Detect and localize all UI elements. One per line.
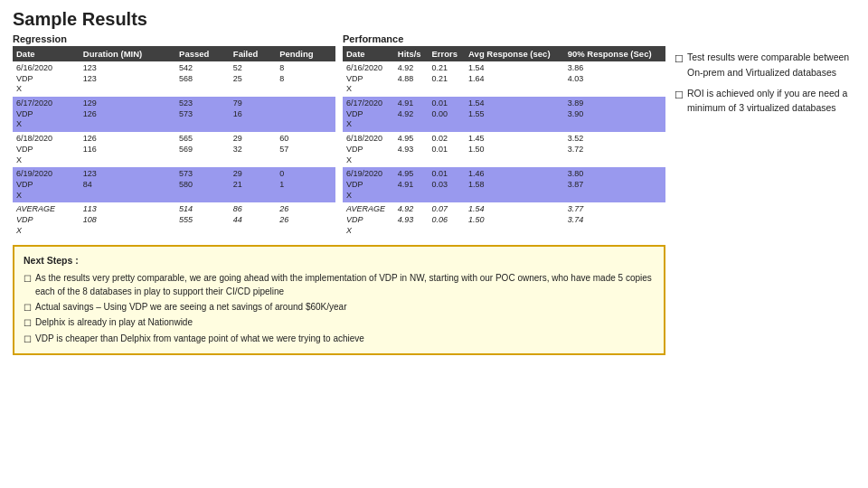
perf-cell: 6/17/2020 VDP X [343,97,394,132]
bullet-text: ROI is achieved only if you are need a m… [687,86,855,117]
reg-cell: 0 1 [276,167,335,202]
perf-cell: 6/16/2020 VDP X [343,61,394,97]
perf-col-date: Date [343,46,394,61]
perf-cell: 0.01 0.00 [428,97,465,132]
next-steps-title: Next Steps : [24,253,655,267]
next-step-text: VDP is cheaper than Delphix from vantage… [35,332,364,346]
reg-cell: 26 26 [276,202,335,238]
right-panel: ☐Test results were comparable between On… [675,33,855,481]
perf-col-avg-resp: Avg Response (sec) [465,46,564,61]
perf-cell: 6/19/2020 VDP X [343,167,394,202]
perf-cell: 4.95 4.91 [394,167,429,202]
perf-cell: 1.54 1.55 [465,97,564,132]
reg-cell: 86 44 [230,202,276,238]
reg-cell: AVERAGE VDP X [13,202,80,238]
perf-cell: 0.01 0.03 [428,167,465,202]
next-steps-box: Next Steps : ☐As the results very pretty… [13,245,665,355]
reg-cell: 8 8 [276,61,335,97]
next-step-text: Delphix is already in play at Nationwide [35,315,193,330]
reg-cell: 29 32 [230,132,276,167]
page: Sample Results Regression Date Duration … [0,0,868,488]
performance-table: Date Hits/s Errors Avg Response (sec) 90… [343,46,665,238]
reg-cell: 52 25 [230,61,276,97]
right-bullet: ☐ROI is achieved only if you are need a … [675,86,855,117]
checkbox-icon: ☐ [675,88,684,103]
checkbox-icon: ☐ [675,52,684,67]
main-content: Regression Date Duration (MIN) Passed Fa… [13,33,855,481]
page-title: Sample Results [13,9,855,30]
reg-cell: 113 108 [80,202,175,238]
reg-cell: 6/18/2020 VDP X [13,132,80,167]
perf-cell: AVERAGE VDP X [343,202,394,238]
next-step-text: Actual savings – Using VDP we are seeing… [35,300,346,314]
perf-cell: 4.95 4.93 [394,132,429,167]
left-section: Regression Date Duration (MIN) Passed Fa… [13,33,665,481]
perf-cell: 4.92 4.93 [394,202,429,238]
regression-header-row: Date Duration (MIN) Passed Failed Pendin… [13,46,335,61]
regression-table: Date Duration (MIN) Passed Failed Pendin… [13,46,335,238]
perf-cell: 3.77 3.74 [564,202,665,238]
perf-row: 6/19/2020 VDP X4.95 4.910.01 0.031.46 1.… [343,167,665,202]
perf-cell: 3.86 4.03 [564,61,665,97]
perf-row: 6/18/2020 VDP X4.95 4.930.02 0.011.45 1.… [343,132,665,167]
perf-cell: 0.07 0.06 [428,202,465,238]
reg-cell: 573 580 [175,167,230,202]
perf-cell: 1.54 1.64 [465,61,564,97]
reg-row: 6/17/2020 VDP X129 126523 57379 16 [13,97,335,132]
reg-row: AVERAGE VDP X113 108514 55586 4426 26 [13,202,335,238]
checkbox-icon: ☐ [24,301,32,315]
reg-row: 6/19/2020 VDP X123 84573 58029 210 1 [13,167,335,202]
perf-cell: 3.52 3.72 [564,132,665,167]
reg-cell: 126 116 [80,132,175,167]
reg-cell: 6/17/2020 VDP X [13,97,80,132]
perf-row: 6/16/2020 VDP X4.92 4.880.21 0.211.54 1.… [343,61,665,97]
reg-col-passed: Passed [175,46,230,61]
next-step-item: ☐As the results very pretty comparable, … [24,271,655,299]
reg-cell: 123 84 [80,167,175,202]
reg-cell [276,97,335,132]
perf-row: AVERAGE VDP X4.92 4.930.07 0.061.54 1.50… [343,202,665,238]
perf-header-row: Date Hits/s Errors Avg Response (sec) 90… [343,46,665,61]
perf-col-p90-resp: 90% Response (Sec) [564,46,665,61]
reg-col-duration: Duration (MIN) [80,46,175,61]
next-step-text: As the results very pretty comparable, w… [35,271,655,299]
perf-row: 6/17/2020 VDP X4.91 4.920.01 0.001.54 1.… [343,97,665,132]
checkbox-icon: ☐ [24,333,32,347]
perf-cell: 3.80 3.87 [564,167,665,202]
right-bullets: ☐Test results were comparable between On… [675,50,855,121]
reg-cell: 60 57 [276,132,335,167]
performance-label: Performance [343,33,665,44]
perf-cell: 0.02 0.01 [428,132,465,167]
reg-cell: 6/16/2020 VDP X [13,61,80,97]
reg-cell: 123 123 [80,61,175,97]
perf-col-errors: Errors [428,46,465,61]
reg-col-pending: Pending [276,46,335,61]
perf-cell: 6/18/2020 VDP X [343,132,394,167]
perf-cell: 1.45 1.50 [465,132,564,167]
reg-row: 6/16/2020 VDP X123 123542 56852 258 8 [13,61,335,97]
perf-cell: 4.92 4.88 [394,61,429,97]
perf-cell: 3.89 3.90 [564,97,665,132]
tables-wrapper: Regression Date Duration (MIN) Passed Fa… [13,33,665,238]
reg-cell: 542 568 [175,61,230,97]
next-steps-items: ☐As the results very pretty comparable, … [24,271,655,347]
perf-cell: 1.54 1.50 [465,202,564,238]
perf-cell: 1.46 1.58 [465,167,564,202]
reg-cell: 129 126 [80,97,175,132]
reg-cell: 6/19/2020 VDP X [13,167,80,202]
next-step-item: ☐Actual savings – Using VDP we are seein… [24,300,655,315]
regression-section: Regression Date Duration (MIN) Passed Fa… [13,33,335,238]
perf-col-hits: Hits/s [394,46,429,61]
checkbox-icon: ☐ [24,272,32,286]
checkbox-icon: ☐ [24,316,32,331]
reg-row: 6/18/2020 VDP X126 116565 56929 3260 57 [13,132,335,167]
performance-section: Performance Date Hits/s Errors Avg Respo… [343,33,665,238]
perf-cell: 4.91 4.92 [394,97,429,132]
right-bullet: ☐Test results were comparable between On… [675,50,855,80]
bullet-text: Test results were comparable between On-… [687,50,855,80]
next-step-item: ☐VDP is cheaper than Delphix from vantag… [24,332,655,347]
regression-label: Regression [13,33,335,44]
reg-col-failed: Failed [230,46,276,61]
reg-cell: 514 555 [175,202,230,238]
reg-col-date: Date [13,46,80,61]
